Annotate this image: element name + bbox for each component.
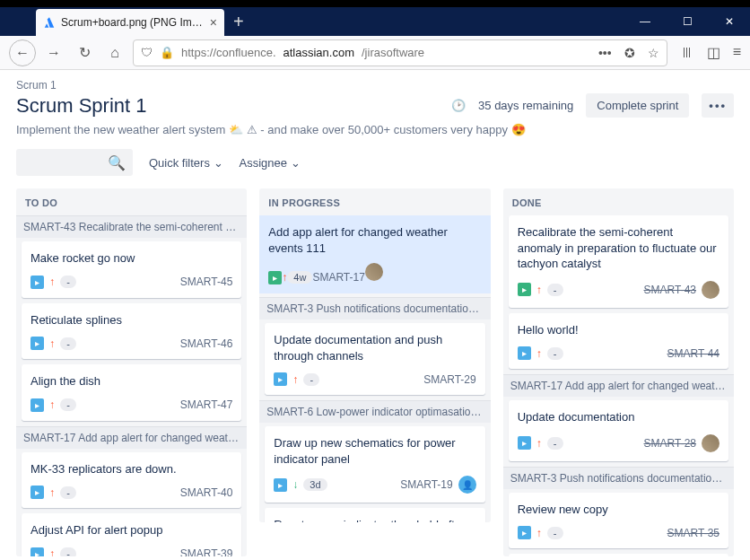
column-done: DONE Recalibrate the semi-coherent anoma… — [503, 188, 734, 556]
bookmark-icon[interactable]: ☆ — [648, 46, 659, 60]
priority-up-icon: ↑ — [49, 276, 55, 288]
browser-tab[interactable]: Scrum+board.png (PNG Image × — [36, 9, 224, 36]
task-icon: ▸ — [274, 372, 287, 386]
card-title: Draw up new schematics for power indicat… — [274, 435, 475, 467]
card-title: MK-33 replicators are down. — [31, 461, 232, 477]
lock-icon: 🔒 — [160, 46, 174, 59]
card-title: Recalibrate the semi-coherent anomaly in… — [518, 224, 719, 272]
assignee-dropdown[interactable]: Assignee ⌄ — [240, 156, 301, 170]
maximize-button[interactable]: ☐ — [667, 8, 708, 35]
url-bar[interactable]: 🛡 🔒 https://confluence.atlassian.com/jir… — [133, 39, 667, 66]
scrum-board: TO DO SMART-43 Recalibrate the semi-cohe… — [16, 188, 734, 556]
card-title: Make rocket go now — [31, 250, 232, 267]
swimlane-header[interactable]: SMART-43 Recalibrate the semi-coherent a… — [16, 215, 247, 238]
search-input[interactable]: 🔍 — [16, 149, 133, 176]
new-tab-button[interactable]: + — [233, 12, 244, 32]
browser-toolbar: ← → ↻ ⌂ 🛡 🔒 https://confluence.atlassian… — [0, 36, 750, 70]
card[interactable]: Adjust API for alert popup ▸↑-SMART-39 — [22, 513, 241, 556]
card[interactable]: Recalibrate the semi-coherent anomaly in… — [509, 215, 728, 308]
home-button[interactable]: ⌂ — [102, 40, 127, 66]
card[interactable]: Reset power-indicator threshold after fa… — [265, 508, 484, 522]
avatar: 👤 — [458, 476, 476, 494]
priority-up-icon: ↑ — [536, 284, 542, 296]
card-title: Hello world! — [518, 322, 719, 338]
forward-button[interactable]: → — [41, 40, 66, 66]
menu-icon[interactable]: ≡ — [733, 44, 741, 61]
protection-toggle-icon[interactable]: ✪ — [624, 46, 635, 60]
card[interactable]: Update documentation and push through ch… — [265, 323, 484, 395]
sprint-subtitle: Implement the new weather alert system ⛅… — [16, 123, 734, 136]
task-icon: ▸ — [31, 276, 44, 289]
swimlane-header[interactable]: SMART-3 Push notifications documentation… — [503, 467, 734, 489]
swimlane-header[interactable]: SMART-3 Push notifications documentation… — [259, 297, 490, 319]
priority-up-icon: ↑ — [536, 527, 542, 539]
issue-key: SMART-43 — [644, 284, 696, 296]
card[interactable]: Draw up new schematics for power indicat… — [265, 426, 484, 503]
estimate: - — [60, 486, 76, 499]
priority-up-icon: ↑ — [536, 347, 542, 360]
ellipsis-icon[interactable]: ••• — [598, 46, 612, 60]
reload-button[interactable]: ↻ — [72, 40, 97, 66]
swimlane-header[interactable]: SMART-17 Add app alert for changed weath… — [16, 426, 247, 449]
task-icon: ▸ — [31, 486, 44, 499]
more-actions-button[interactable]: ••• — [702, 93, 734, 118]
card[interactable]: Update documentation ▸↑-SMART-28 — [509, 400, 728, 461]
atlassian-icon — [43, 16, 56, 29]
card[interactable]: MK-33 replicators are down. ▸↑-SMART-40 — [22, 452, 241, 509]
card[interactable]: Review new copy ▸↑-SMART-35 — [509, 493, 728, 549]
estimate: - — [547, 527, 563, 539]
story-icon: ▸ — [518, 283, 531, 296]
issue-key: SMART-40 — [180, 486, 232, 499]
minimize-button[interactable]: — — [624, 8, 666, 35]
card[interactable]: Align the dish ▸↑-SMART-47 — [22, 364, 241, 421]
tab-title: Scrum+board.png (PNG Image — [61, 16, 205, 29]
card[interactable]: Add app alert for changed weather events… — [259, 215, 490, 293]
back-button[interactable]: ← — [9, 39, 36, 66]
issue-key: SMART-39 — [180, 547, 232, 556]
issue-key: SMART-29 — [423, 373, 475, 386]
tab-strip: Scrum+board.png (PNG Image × + — ☐ ✕ — [0, 7, 750, 36]
estimate: - — [60, 547, 76, 556]
priority-up-icon: ↑ — [292, 373, 298, 386]
priority-down-icon: ↓ — [292, 478, 298, 491]
avatar — [702, 281, 719, 299]
quick-filters-dropdown[interactable]: Quick filters ⌄ — [149, 156, 223, 170]
issue-key: SMART-47 — [180, 398, 232, 411]
priority-up-icon: ↑ — [536, 437, 542, 450]
task-icon: ▸ — [31, 398, 44, 412]
issue-key: SMART-45 — [180, 276, 232, 288]
estimate: - — [60, 398, 76, 411]
issue-key: SMART-44 — [667, 347, 719, 360]
card[interactable]: Reticulate splines ▸↑-SMART-46 — [22, 303, 241, 360]
issue-key: SMART-46 — [180, 337, 232, 350]
card[interactable]: Hello world! ▸↑-SMART-44 — [509, 313, 728, 370]
task-icon: ▸ — [31, 547, 44, 556]
close-tab-icon[interactable]: × — [210, 15, 217, 30]
card-title: Add app alert for changed weather events… — [268, 224, 481, 256]
complete-sprint-button[interactable]: Complete sprint — [586, 93, 689, 118]
sidebar-icon[interactable]: ◫ — [707, 44, 720, 61]
url-prefix: https://confluence. — [181, 46, 276, 59]
estimate: - — [60, 337, 76, 350]
library-icon[interactable]: ⫼ — [680, 44, 694, 61]
page-content: Scrum 1 Scrum Sprint 1 🕑 35 days remaini… — [0, 70, 750, 560]
column-todo: TO DO SMART-43 Recalibrate the semi-cohe… — [16, 188, 247, 556]
card-title: Reset power-indicator threshold after fa… — [274, 517, 475, 522]
task-icon: ▸ — [274, 478, 287, 492]
close-window-button[interactable]: ✕ — [709, 8, 750, 35]
priority-up-icon: ↑ — [49, 547, 55, 556]
swimlane-header[interactable]: SMART-17 Add app alert for changed weath… — [503, 374, 734, 397]
card-title: Reticulate splines — [31, 312, 232, 328]
card[interactable]: Make rocket go now ▸↑-SMART-45 — [22, 241, 241, 298]
avatar — [702, 434, 719, 452]
issue-key: SMART-17 — [312, 271, 364, 284]
estimate: 3d — [303, 478, 327, 491]
days-remaining: 35 days remaining — [478, 99, 573, 112]
card[interactable]: Low-power indicator optimasation on mode… — [509, 554, 728, 556]
task-icon: ▸ — [518, 346, 531, 360]
chevron-down-icon: ⌄ — [214, 156, 223, 170]
breadcrumb[interactable]: Scrum 1 — [16, 79, 734, 92]
swimlane-header[interactable]: SMART-6 Low-power indicator optimasation… — [259, 400, 490, 423]
estimate: - — [60, 276, 76, 288]
card-title: Adjust API for alert popup — [31, 522, 232, 538]
